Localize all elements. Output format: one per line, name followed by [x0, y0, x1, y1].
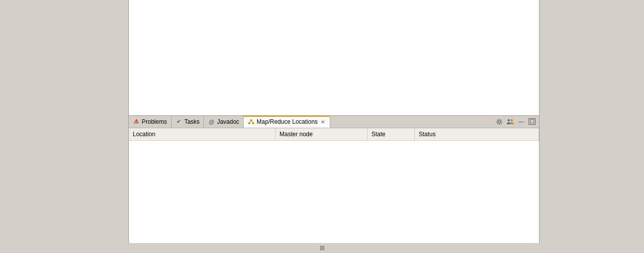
tab-bar-actions: — ☐ [494, 116, 539, 128]
minimize-icon: — [519, 119, 524, 124]
tab-tasks-label: Tasks [184, 118, 200, 125]
svg-point-7 [499, 124, 500, 125]
col-header-status: Status [415, 128, 539, 140]
tab-javadoc[interactable]: @ Javadoc [204, 116, 244, 128]
tab-tasks[interactable]: ✔ Tasks [172, 116, 204, 128]
bottom-bar [0, 243, 644, 253]
svg-line-4 [251, 121, 253, 122]
svg-point-0 [250, 119, 252, 121]
svg-point-5 [498, 120, 501, 123]
svg-point-11 [501, 123, 502, 124]
tasks-icon: ✔ [176, 118, 183, 125]
svg-point-1 [248, 122, 250, 124]
svg-point-15 [511, 119, 513, 121]
resize-dot-3 [323, 246, 324, 251]
minimize-button[interactable]: — [516, 117, 526, 127]
left-gutter [0, 0, 128, 243]
col-header-master-node: Master node [276, 128, 368, 140]
users-icon [506, 118, 514, 125]
svg-point-9 [501, 121, 502, 122]
svg-point-10 [497, 119, 498, 120]
javadoc-icon: @ [208, 118, 215, 125]
svg-point-8 [496, 121, 497, 122]
tab-mapreduce-label: Map/Reduce Locations [257, 118, 318, 125]
tab-problems-label: Problems [142, 118, 167, 125]
editor-area [129, 0, 539, 115]
tab-problems[interactable]: ⚠ Problems [129, 116, 172, 128]
connect-icon [496, 118, 503, 125]
tab-mapreduce[interactable]: Map/Reduce Locations ✕ [244, 116, 330, 128]
table-panel: Location Master node State Status [129, 128, 539, 244]
table-body [129, 141, 539, 244]
problems-icon: ⚠ [133, 118, 140, 125]
tab-bar-left: ⚠ Problems ✔ Tasks @ Javadoc [129, 116, 494, 128]
mapreduce-icon [248, 118, 255, 125]
col-header-location: Location [129, 128, 276, 140]
svg-point-2 [252, 122, 254, 124]
svg-point-13 [501, 119, 502, 120]
svg-point-6 [499, 119, 500, 120]
center-panel: ⚠ Problems ✔ Tasks @ Javadoc [128, 0, 540, 243]
tab-bar: ⚠ Problems ✔ Tasks @ Javadoc [129, 115, 539, 128]
connect-button[interactable] [494, 117, 504, 127]
mapreduce-svg-icon [248, 118, 255, 125]
svg-point-12 [497, 123, 498, 124]
main-area: ⚠ Problems ✔ Tasks @ Javadoc [0, 0, 644, 243]
table-header: Location Master node State Status [129, 128, 539, 141]
right-gutter [540, 0, 644, 243]
tab-mapreduce-close[interactable]: ✕ [320, 119, 326, 125]
col-header-state: State [368, 128, 415, 140]
resize-handle[interactable] [320, 246, 324, 251]
maximize-icon: ☐ [529, 118, 536, 125]
users-button[interactable] [505, 117, 515, 127]
maximize-button[interactable]: ☐ [527, 117, 537, 127]
resize-dot-2 [322, 246, 323, 251]
tab-javadoc-label: Javadoc [217, 118, 239, 125]
resize-dot-1 [320, 246, 321, 251]
svg-point-14 [508, 119, 510, 121]
svg-line-3 [249, 121, 251, 122]
